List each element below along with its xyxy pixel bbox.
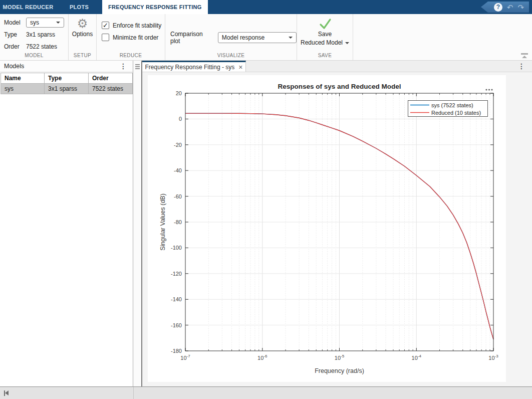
chevron-down-icon	[345, 42, 349, 44]
column-header-type[interactable]: Type	[45, 73, 89, 84]
save-reduced-model-button[interactable]: Save Reduced Model	[297, 14, 353, 53]
minimize-fit-order-checkbox[interactable]: Minimize fit order	[102, 34, 165, 41]
section-label-reduce: REDUCE	[97, 53, 165, 60]
section-label-save: SAVE	[297, 53, 353, 60]
svg-text:-120: -120	[171, 271, 182, 277]
chevron-down-icon	[56, 22, 60, 24]
enforce-fit-stability-checkbox[interactable]: ✓ Enforce fit stability	[102, 22, 165, 29]
figure-canvas: 10-710-610-510-410-3200-20-40-60-80-100-…	[148, 75, 506, 382]
enforce-fit-stability-label: Enforce fit stability	[113, 22, 161, 29]
document-content: 10-710-610-510-410-3200-20-40-60-80-100-…	[142, 72, 532, 386]
column-header-name[interactable]: Name	[1, 73, 45, 84]
chevron-down-icon	[289, 37, 293, 39]
models-panel-title: Models	[4, 63, 24, 70]
cell-type: 3x1 sparss	[45, 84, 89, 94]
svg-text:-80: -80	[174, 219, 182, 225]
model-reducer-app: MODEL REDUCER PLOTS FREQUENCY RESPONSE F…	[0, 0, 532, 399]
order-label: Order	[4, 43, 26, 50]
svg-text:10-3: 10-3	[488, 354, 498, 361]
ribbon-toolbar: Model sys Type 3x1 sparss Order 7522 sta…	[0, 14, 532, 61]
svg-text:10-4: 10-4	[412, 354, 422, 361]
comparison-plot-value: Model response	[222, 34, 264, 41]
type-label: Type	[4, 31, 26, 38]
section-label-setup: SETUP	[69, 53, 96, 60]
document-tab-bar: Frequency Response Fitting - sys × ⋮	[142, 61, 532, 72]
checkbox-icon: ✓	[102, 22, 109, 29]
models-table-header-row: Name Type Order	[1, 73, 133, 84]
svg-text:Frequency (rad/s): Frequency (rad/s)	[315, 367, 364, 374]
comparison-plot-dropdown[interactable]: Model response	[218, 32, 297, 43]
model-dropdown-value: sys	[30, 19, 39, 26]
panel-splitter[interactable]	[133, 61, 142, 386]
collapse-panel-icon[interactable]	[4, 390, 9, 396]
model-dropdown[interactable]: sys	[26, 18, 64, 28]
section-save: Save Reduced Model SAVE	[297, 14, 353, 60]
minimize-fit-order-label: Minimize fit order	[113, 34, 158, 41]
help-icon[interactable]: ?	[494, 3, 502, 12]
tab-plots[interactable]: PLOTS	[56, 0, 102, 14]
options-button[interactable]: ⚙ Options	[69, 17, 96, 38]
comparison-plot-label: Comparison plot	[170, 31, 214, 45]
close-icon[interactable]: ×	[238, 64, 242, 70]
redo-icon[interactable]: ↷	[517, 4, 524, 11]
undo-icon[interactable]: ↶	[507, 4, 513, 11]
models-panel-header: Models ⋮	[0, 61, 133, 72]
frequency-response-chart: 10-710-610-510-410-3200-20-40-60-80-100-…	[148, 75, 506, 382]
svg-text:-140: -140	[171, 296, 182, 302]
status-bar	[0, 386, 532, 399]
svg-text:-180: -180	[171, 348, 182, 354]
main-area: Models ⋮ Name Type Order sys 3x1 sparss	[0, 61, 532, 386]
svg-text:Singular Values (dB): Singular Values (dB)	[159, 193, 166, 251]
svg-text:Responses of sys and Reduced M: Responses of sys and Reduced Model	[278, 83, 401, 90]
document-tab-title: Frequency Response Fitting - sys	[145, 64, 235, 71]
cell-name: sys	[1, 84, 45, 94]
save-button-line2: Reduced Model	[301, 39, 343, 47]
panel-menu-icon[interactable]: ⋮	[120, 63, 127, 70]
order-value: 7522 states	[26, 43, 57, 50]
document-area: Frequency Response Fitting - sys × ⋮ 10-…	[142, 61, 532, 386]
section-model: Model sys Type 3x1 sparss Order 7522 sta…	[0, 14, 69, 60]
splitter-grip-icon	[135, 64, 140, 69]
collapse-ribbon-icon[interactable]	[521, 53, 528, 59]
document-menu-icon[interactable]: ⋮	[518, 63, 525, 70]
svg-text:10-6: 10-6	[257, 354, 268, 361]
checkbox-icon	[102, 34, 109, 41]
svg-text:sys (7522 states): sys (7522 states)	[431, 102, 473, 108]
tab-frequency-response-fitting[interactable]: FREQUENCY RESPONSE FITTING	[102, 0, 208, 14]
chart-legend: sys (7522 states)Reduced (10 states)	[408, 101, 488, 117]
svg-text:10-5: 10-5	[335, 354, 345, 361]
svg-text:0: 0	[179, 116, 182, 122]
svg-text:-100: -100	[171, 245, 182, 251]
table-row-sys[interactable]: sys 3x1 sparss 7522 states	[1, 84, 133, 94]
section-label-model: MODEL	[0, 53, 68, 60]
toolstrip-tab-bar: MODEL REDUCER PLOTS FREQUENCY RESPONSE F…	[0, 0, 532, 14]
models-panel: Models ⋮ Name Type Order sys 3x1 sparss	[0, 61, 133, 386]
type-value: 3x1 sparss	[26, 31, 55, 38]
svg-text:-60: -60	[174, 193, 182, 200]
save-button-line1: Save	[318, 30, 332, 39]
quick-access-bar: ? ↶ ↷	[481, 2, 529, 13]
model-label: Model	[4, 19, 26, 26]
column-header-order[interactable]: Order	[89, 73, 133, 84]
gear-icon: ⚙	[77, 17, 88, 30]
models-table: Name Type Order sys 3x1 sparss 7522 stat…	[1, 73, 133, 94]
green-check-icon	[319, 18, 332, 30]
svg-text:20: 20	[176, 90, 182, 96]
status-bar-divider	[133, 387, 134, 399]
tab-model-reducer[interactable]: MODEL REDUCER	[0, 0, 56, 14]
options-button-label: Options	[72, 31, 93, 38]
section-label-visualize: VISUALIZE	[165, 53, 297, 60]
section-reduce: ✓ Enforce fit stability Minimize fit ord…	[97, 14, 165, 60]
cell-order: 7522 states	[89, 84, 133, 94]
svg-text:10-7: 10-7	[180, 354, 190, 361]
svg-text:-160: -160	[171, 322, 182, 328]
svg-text:Reduced (10 states): Reduced (10 states)	[431, 110, 481, 116]
section-visualize: Comparison plot Model response VISUALIZE	[165, 14, 297, 60]
tab-frequency-response-fitting-sys[interactable]: Frequency Response Fitting - sys ×	[142, 61, 246, 72]
svg-text:-20: -20	[174, 142, 182, 148]
svg-text:-40: -40	[174, 167, 182, 173]
section-setup: ⚙ Options SETUP	[69, 14, 97, 60]
